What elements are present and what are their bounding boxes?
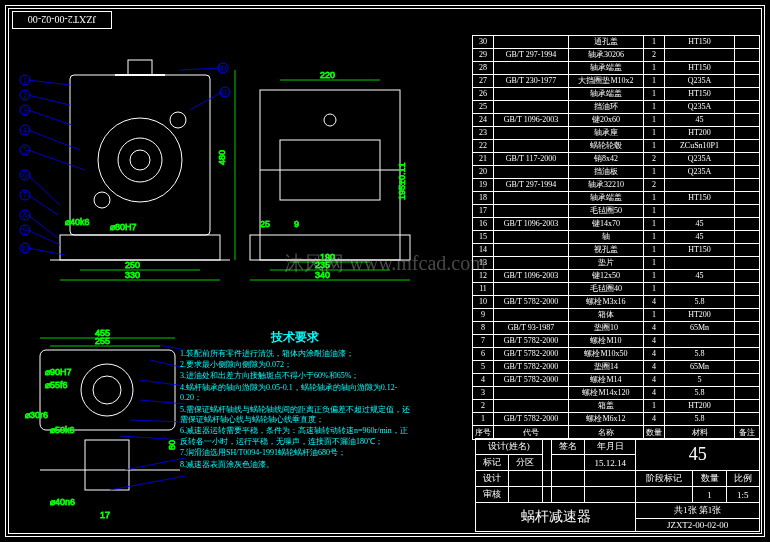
bom-row: 24GB/T 1096-2003键20x60145 — [473, 114, 760, 127]
svg-rect-1 — [60, 235, 220, 260]
bom-row: 11毛毡圈401 — [473, 283, 760, 296]
svg-text:⌀90H7: ⌀90H7 — [45, 367, 72, 377]
svg-text:8: 8 — [23, 211, 27, 220]
technical-requirements: 技术要求 1.装配前所有零件进行清洗，箱体内涂耐油油漆； 2.要求最小侧隙向侧隙… — [180, 330, 410, 471]
svg-text:9: 9 — [23, 226, 27, 235]
svg-line-52 — [28, 110, 72, 125]
svg-rect-6 — [128, 60, 152, 75]
svg-point-8 — [94, 192, 110, 208]
svg-line-55 — [28, 175, 60, 205]
svg-point-3 — [118, 138, 162, 182]
svg-rect-15 — [40, 350, 175, 430]
svg-point-17 — [93, 376, 121, 404]
svg-rect-0 — [70, 75, 210, 235]
svg-line-64 — [140, 380, 185, 386]
svg-text:190: 190 — [320, 252, 335, 262]
bom-row: 14视孔盖1HT150 — [473, 244, 760, 257]
svg-text:2: 2 — [23, 91, 27, 100]
bom-row: 3螺栓M14x12045.8 — [473, 387, 760, 400]
bom-row: 16GB/T 1096-2003键14x70145 — [473, 218, 760, 231]
svg-text:⌀40n6: ⌀40n6 — [50, 497, 75, 507]
bom-row: 29GB/T 297-1994轴承302062 — [473, 49, 760, 62]
svg-line-69 — [110, 476, 185, 490]
bom-row: 8GB/T 93-1987垫圈10465Mn — [473, 322, 760, 335]
bom-row: 12GB/T 1096-2003键12x50145 — [473, 270, 760, 283]
svg-text:7: 7 — [23, 191, 27, 200]
svg-text:11: 11 — [220, 88, 228, 97]
svg-line-61 — [190, 92, 222, 110]
svg-line-67 — [120, 436, 185, 440]
bom-row: 27GB/T 230-1977大挡圈垫M10x21Q235A — [473, 75, 760, 88]
bom-row: 13垫片1 — [473, 257, 760, 270]
bom-row: 2箱盖1HT200 — [473, 400, 760, 413]
bom-row: 18轴承端盖1HT150 — [473, 192, 760, 205]
svg-line-59 — [28, 248, 65, 255]
bom-row: 26轴承端盖1HT150 — [473, 88, 760, 101]
bom-row: 9箱体1HT200 — [473, 309, 760, 322]
svg-text:250: 250 — [125, 260, 140, 270]
svg-line-60 — [180, 68, 220, 70]
svg-text:17: 17 — [100, 510, 110, 520]
svg-text:80: 80 — [167, 440, 177, 450]
svg-text:220: 220 — [320, 70, 335, 80]
svg-text:4: 4 — [23, 126, 27, 135]
svg-line-51 — [28, 95, 70, 105]
bom-row: 21GB/T 117-2000销8x422Q235A — [473, 153, 760, 166]
svg-text:⌀80H7: ⌀80H7 — [110, 222, 137, 232]
bom-row: 4GB/T 5782-2000螺栓M1445 — [473, 374, 760, 387]
svg-line-56 — [28, 195, 58, 215]
bom-row: 30通孔盖1HT150 — [473, 36, 760, 49]
svg-point-4 — [130, 150, 150, 170]
drawing-number-top: JZXT2-00-02-00 — [12, 11, 112, 29]
svg-line-50 — [28, 80, 70, 85]
svg-text:480: 480 — [217, 150, 227, 165]
bom-row: 20挡油板1Q235A — [473, 166, 760, 179]
svg-text:6: 6 — [23, 171, 27, 180]
bom-table: 30通孔盖1HT15029GB/T 297-1994轴承30206228轴承端盖… — [472, 35, 760, 440]
svg-text:⌀30r6: ⌀30r6 — [25, 410, 48, 420]
svg-text:⌀55f6: ⌀55f6 — [45, 380, 68, 390]
bom-row: 10GB/T 5782-2000螺栓M3x1645.8 — [473, 296, 760, 309]
bom-row: 7GB/T 5782-2000螺栓M104 — [473, 335, 760, 348]
svg-point-14 — [324, 114, 336, 126]
svg-text:10: 10 — [21, 244, 29, 253]
svg-point-16 — [81, 364, 133, 416]
svg-text:340: 340 — [315, 270, 330, 280]
bom-row: 19GB/T 297-1994轴承322102 — [473, 179, 760, 192]
bom-row: 25挡油环1Q235A — [473, 101, 760, 114]
svg-line-53 — [28, 130, 80, 150]
svg-text:9: 9 — [294, 219, 299, 229]
svg-text:5: 5 — [23, 146, 27, 155]
svg-line-58 — [28, 230, 60, 245]
svg-text:255: 255 — [95, 336, 110, 346]
svg-text:30: 30 — [218, 64, 226, 73]
svg-line-66 — [130, 420, 185, 422]
req-title: 技术要求 — [180, 330, 410, 346]
title-block: 设计(姓名)签名年月日45 标记分区15.12.14 设计阶段标记数量比例 审核… — [475, 438, 760, 532]
svg-text:⌀40k6: ⌀40k6 — [65, 217, 90, 227]
svg-rect-19 — [85, 440, 129, 490]
bom-row: 1GB/T 5782-2000螺栓M6x1245.8 — [473, 413, 760, 426]
svg-line-68 — [125, 458, 185, 470]
bom-row: 6GB/T 5782-2000螺栓M10x5045.8 — [473, 348, 760, 361]
svg-text:25: 25 — [260, 219, 270, 229]
bom-row: 15轴145 — [473, 231, 760, 244]
bom-row: 5GB/T 5782-2000垫圈14465Mn — [473, 361, 760, 374]
svg-line-65 — [140, 400, 185, 404]
svg-line-54 — [28, 150, 85, 170]
svg-text:330: 330 — [125, 270, 140, 280]
svg-text:195±0.11: 195±0.11 — [397, 163, 407, 200]
svg-text:⌀50k6: ⌀50k6 — [50, 425, 75, 435]
svg-text:3: 3 — [23, 106, 27, 115]
svg-text:1: 1 — [23, 76, 27, 85]
bom-row: 28轴承端盖1HT150 — [473, 62, 760, 75]
bom-row: 22蜗轮轮毂1ZCuSn10P1 — [473, 140, 760, 153]
bom-row: 17毛毡圈501 — [473, 205, 760, 218]
svg-point-7 — [170, 112, 186, 128]
svg-line-57 — [28, 215, 58, 238]
svg-point-2 — [98, 118, 182, 202]
bom-row: 23轴承座1HT200 — [473, 127, 760, 140]
